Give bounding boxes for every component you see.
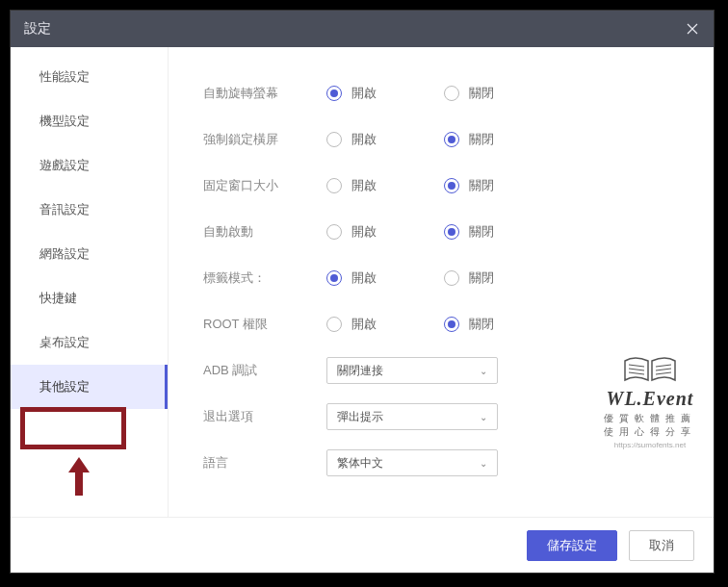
radio-off[interactable]: 關閉 — [444, 177, 494, 194]
radio-group: 開啟關閉 — [326, 85, 494, 102]
radio-off[interactable]: 關閉 — [444, 85, 494, 102]
radio-label: 開啟 — [351, 85, 377, 102]
sidebar-item-label: 其他設定 — [39, 378, 90, 396]
radio-circle-icon — [444, 132, 459, 147]
radio-label: 開啟 — [351, 131, 377, 148]
row-label: 固定窗口大小 — [203, 177, 326, 194]
footer: 儲存設定 取消 — [11, 517, 714, 573]
radio-label: 開啟 — [351, 177, 377, 194]
sidebar-item-label: 性能設定 — [39, 68, 90, 86]
row-label: 語言 — [203, 454, 326, 472]
radio-label: 關閉 — [469, 177, 494, 194]
adb-select[interactable]: 關閉連接 ⌄ — [326, 357, 498, 384]
radio-group: 開啟關閉 — [326, 223, 494, 241]
radio-label: 關閉 — [469, 223, 494, 241]
radio-circle-icon — [326, 132, 342, 147]
radio-label: 關閉 — [469, 131, 494, 148]
settings-window: 設定 性能設定 機型設定 遊戲設定 音訊設定 網路設定 快捷鍵 桌布設定 其他設… — [10, 10, 715, 574]
radio-group: 開啟關閉 — [326, 131, 494, 148]
radio-circle-icon — [444, 317, 459, 332]
sidebar-item-game[interactable]: 遊戲設定 — [11, 143, 168, 188]
radio-circle-icon — [326, 86, 342, 101]
sidebar-item-label: 桌布設定 — [39, 334, 90, 351]
radio-group: 開啟關閉 — [326, 177, 494, 194]
option-row: 自動旋轉螢幕開啟關閉 — [203, 70, 679, 116]
row-label: 標籤模式： — [203, 269, 326, 287]
chevron-down-icon: ⌄ — [480, 412, 487, 422]
radio-off[interactable]: 關閉 — [444, 223, 494, 241]
save-button[interactable]: 儲存設定 — [527, 530, 617, 561]
radio-on[interactable]: 開啟 — [326, 223, 377, 241]
cancel-button[interactable]: 取消 — [629, 530, 694, 561]
sidebar-item-performance[interactable]: 性能設定 — [11, 55, 168, 99]
row-label: 退出選項 — [203, 408, 326, 425]
radio-circle-icon — [444, 86, 459, 101]
radio-off[interactable]: 關閉 — [444, 316, 494, 333]
row-adb: ADB 調試 關閉連接 ⌄ — [203, 347, 679, 394]
titlebar: 設定 — [11, 11, 714, 47]
row-lang: 語言 繁体中文 ⌄ — [203, 440, 679, 486]
radio-label: 關閉 — [469, 85, 494, 102]
row-label: 自動旋轉螢幕 — [203, 85, 326, 102]
radio-circle-icon — [326, 317, 342, 332]
sidebar-item-shortcut[interactable]: 快捷鍵 — [11, 276, 168, 320]
row-label: 強制鎖定橫屏 — [203, 131, 326, 148]
row-exit: 退出選項 彈出提示 ⌄ — [203, 394, 679, 440]
annotation-highlight-box — [20, 407, 126, 449]
radio-off[interactable]: 關閉 — [444, 269, 494, 287]
radio-on[interactable]: 開啟 — [326, 85, 377, 102]
sidebar-item-audio[interactable]: 音訊設定 — [11, 188, 168, 232]
radio-group: 開啟關閉 — [326, 269, 494, 287]
sidebar-item-label: 快捷鍵 — [39, 290, 77, 307]
radio-on[interactable]: 開啟 — [326, 177, 377, 194]
radio-on[interactable]: 開啟 — [326, 269, 377, 287]
radio-label: 開啟 — [351, 316, 377, 333]
sidebar-item-network[interactable]: 網路設定 — [11, 232, 168, 276]
close-icon — [687, 23, 698, 35]
window-body: 性能設定 機型設定 遊戲設定 音訊設定 網路設定 快捷鍵 桌布設定 其他設定 自… — [11, 47, 714, 517]
radio-label: 關閉 — [469, 269, 494, 287]
exit-select[interactable]: 彈出提示 ⌄ — [326, 403, 498, 430]
option-row: ROOT 權限開啟關閉 — [203, 301, 679, 347]
radio-group: 開啟關閉 — [326, 316, 494, 333]
option-row: 強制鎖定橫屏開啟關閉 — [203, 116, 679, 163]
select-value: 關閉連接 — [337, 363, 383, 379]
annotation-arrow-icon — [66, 455, 91, 498]
radio-label: 開啟 — [351, 269, 377, 287]
radio-on[interactable]: 開啟 — [326, 131, 377, 148]
sidebar-item-label: 遊戲設定 — [39, 157, 90, 174]
option-row: 固定窗口大小開啟關閉 — [203, 163, 679, 209]
sidebar-item-label: 網路設定 — [39, 245, 90, 263]
radio-circle-icon — [326, 224, 342, 240]
select-value: 彈出提示 — [337, 409, 383, 425]
radio-circle-icon — [444, 178, 459, 193]
chevron-down-icon: ⌄ — [480, 366, 487, 376]
row-label: 自動啟動 — [203, 223, 326, 241]
content-panel: 自動旋轉螢幕開啟關閉強制鎖定橫屏開啟關閉固定窗口大小開啟關閉自動啟動開啟關閉標籤… — [169, 47, 714, 517]
radio-label: 關閉 — [469, 316, 494, 333]
radio-off[interactable]: 關閉 — [444, 131, 494, 148]
radio-circle-icon — [444, 224, 459, 240]
select-value: 繁体中文 — [337, 455, 383, 472]
window-title: 設定 — [24, 20, 51, 38]
radio-label: 開啟 — [351, 223, 377, 241]
row-label: ROOT 權限 — [203, 316, 326, 333]
button-label: 取消 — [649, 537, 674, 554]
sidebar-item-label: 機型設定 — [39, 113, 90, 130]
radio-circle-icon — [326, 270, 342, 286]
sidebar-item-label: 音訊設定 — [39, 201, 90, 218]
close-button[interactable] — [681, 17, 704, 40]
sidebar-item-model[interactable]: 機型設定 — [11, 99, 168, 143]
button-label: 儲存設定 — [547, 537, 597, 554]
row-label: ADB 調試 — [203, 362, 326, 379]
language-select[interactable]: 繁体中文 ⌄ — [326, 449, 498, 476]
option-row: 標籤模式：開啟關閉 — [203, 255, 679, 301]
sidebar-item-other[interactable]: 其他設定 — [11, 365, 168, 409]
option-row: 自動啟動開啟關閉 — [203, 209, 679, 255]
sidebar: 性能設定 機型設定 遊戲設定 音訊設定 網路設定 快捷鍵 桌布設定 其他設定 — [11, 47, 169, 517]
radio-on[interactable]: 開啟 — [326, 316, 377, 333]
sidebar-item-wallpaper[interactable]: 桌布設定 — [11, 320, 168, 365]
radio-circle-icon — [444, 270, 459, 286]
radio-circle-icon — [326, 178, 342, 193]
chevron-down-icon: ⌄ — [480, 458, 487, 469]
